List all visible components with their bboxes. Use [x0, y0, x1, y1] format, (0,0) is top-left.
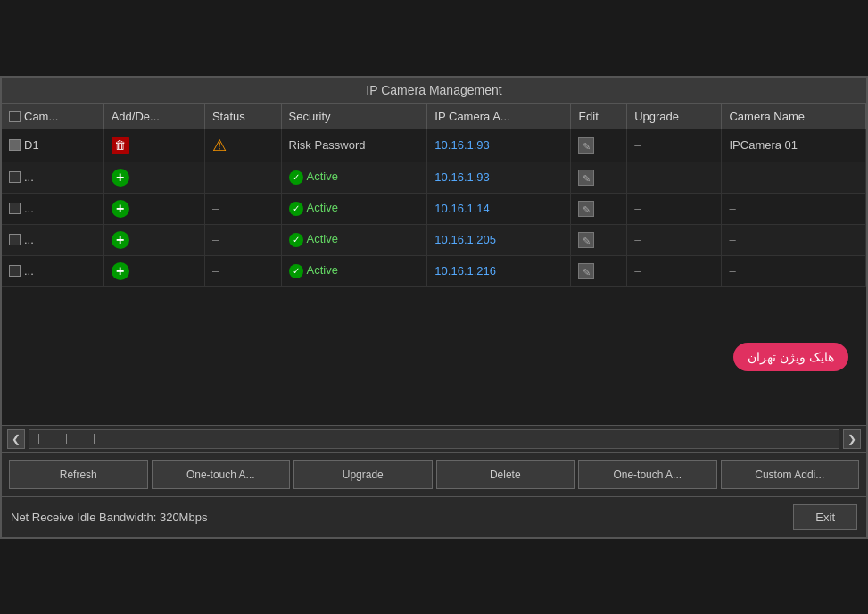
cell-ip-2[interactable]: 10.16.1.14 [427, 193, 571, 224]
action-buttons-bar: Refresh One-touch A... Upgrade Delete On… [2, 452, 866, 496]
ip-address[interactable]: 10.16.1.93 [434, 170, 489, 184]
cell-addel-2[interactable]: + [103, 193, 204, 224]
ip-address[interactable]: 10.16.1.216 [434, 264, 496, 278]
ip-address[interactable]: 10.16.1.205 [434, 233, 496, 246]
risk-password-label: Risk Password [289, 138, 366, 152]
edit-icon[interactable]: ✎ [578, 263, 594, 279]
cell-cam-2: ... [2, 193, 103, 224]
cell-upgrade-0: – [627, 129, 722, 162]
cell-upgrade-1: – [627, 162, 722, 193]
status-dash: – [212, 170, 219, 184]
cell-status-4: – [204, 255, 281, 286]
cell-edit-0[interactable]: ✎ [571, 129, 627, 162]
col-cam: Cam... [2, 104, 103, 129]
table-row: ...+–✓Active10.16.1.216✎–– [2, 255, 866, 286]
cell-security-3: ✓Active [281, 224, 427, 255]
cell-status-3: – [204, 224, 281, 255]
camera-table: Cam... Add/De... Status Security IP Came… [2, 104, 866, 287]
ip-address[interactable]: 10.16.1.14 [434, 202, 489, 215]
cam-id-2: ... [24, 202, 34, 215]
col-upgrade: Upgrade [627, 104, 722, 129]
title-bar: IP Camera Management [2, 78, 866, 104]
active-checkmark-icon: ✓ [289, 170, 303, 185]
edit-icon[interactable]: ✎ [578, 232, 594, 248]
add-icon[interactable]: + [112, 262, 129, 280]
cell-ip-0[interactable]: 10.16.1.93 [427, 129, 571, 162]
add-icon[interactable]: + [112, 231, 129, 249]
upgrade-button[interactable]: Upgrade [293, 460, 433, 489]
cell-ip-3[interactable]: 10.16.1.205 [427, 224, 571, 255]
table-row: D1🗑⚠Risk Password10.16.1.93✎–IPCamera 01 [2, 129, 866, 162]
edit-icon[interactable]: ✎ [578, 170, 594, 186]
one-touch-activate-button-1[interactable]: One-touch A... [152, 460, 291, 489]
cell-name-1: – [722, 162, 866, 193]
window-title: IP Camera Management [366, 83, 501, 97]
scroll-right-button[interactable]: ❯ [843, 429, 861, 449]
one-touch-activate-button-2[interactable]: One-touch A... [578, 460, 717, 489]
table-header-row: Cam... Add/De... Status Security IP Came… [2, 104, 866, 129]
cell-security-4: ✓Active [281, 255, 427, 286]
delete-button[interactable]: Delete [436, 460, 575, 489]
col-security: Security [281, 104, 427, 129]
row-checkbox-2[interactable] [9, 203, 21, 214]
active-checkmark-icon: ✓ [289, 233, 303, 247]
add-icon[interactable]: + [112, 200, 129, 218]
row-checkbox-3[interactable] [9, 234, 21, 245]
edit-icon[interactable]: ✎ [578, 137, 594, 154]
active-checkmark-icon: ✓ [289, 202, 303, 216]
exit-button[interactable]: Exit [793, 504, 857, 530]
active-label: Active [307, 232, 338, 245]
cell-edit-1[interactable]: ✎ [571, 162, 627, 193]
cell-addel-3[interactable]: + [103, 224, 204, 255]
col-edit: Edit [571, 104, 627, 129]
cell-addel-1[interactable]: + [103, 162, 204, 193]
active-label: Active [307, 201, 338, 214]
cell-name-4: – [722, 255, 866, 286]
bandwidth-label: Net Receive Idle Bandwidth: 320Mbps [11, 510, 207, 524]
status-dash: – [212, 202, 219, 215]
cell-ip-4[interactable]: 10.16.1.216 [427, 255, 571, 286]
cell-status-2: – [204, 193, 281, 224]
row-checkbox-1[interactable] [9, 171, 21, 183]
delete-icon[interactable]: 🗑 [112, 137, 129, 154]
status-dash: – [212, 264, 219, 278]
scrollbar-area: ❮ ❯ [2, 425, 866, 452]
ip-address[interactable]: 10.16.1.93 [434, 138, 489, 152]
cell-cam-3: ... [2, 224, 103, 255]
active-checkmark-icon: ✓ [289, 264, 303, 278]
warning-icon: ⚠ [212, 137, 227, 154]
row-checkbox-4[interactable] [9, 265, 21, 277]
row-checkbox-0[interactable] [9, 139, 21, 151]
table-row: ...+–✓Active10.16.1.14✎–– [2, 193, 866, 224]
cell-addel-4[interactable]: + [103, 255, 204, 286]
cell-edit-3[interactable]: ✎ [571, 224, 627, 255]
scroll-tick-1 [38, 434, 39, 444]
select-all-checkbox[interactable] [9, 111, 21, 122]
cell-status-1: – [204, 162, 281, 193]
cam-id-1: ... [24, 170, 34, 184]
cell-edit-4[interactable]: ✎ [571, 255, 627, 286]
scrollbar-track[interactable] [29, 429, 839, 449]
cell-upgrade-4: – [627, 255, 722, 286]
scroll-tick-2 [66, 434, 67, 444]
cell-ip-1[interactable]: 10.16.1.93 [427, 162, 571, 193]
status-bar: Net Receive Idle Bandwidth: 320Mbps Exit [2, 496, 866, 537]
cell-edit-2[interactable]: ✎ [571, 193, 627, 224]
custom-add-button[interactable]: Custom Addi... [721, 460, 860, 489]
refresh-button[interactable]: Refresh [9, 460, 148, 489]
edit-icon[interactable]: ✎ [578, 201, 594, 217]
cell-cam-4: ... [2, 255, 103, 286]
ip-camera-management-window: IP Camera Management Cam... Add/De... St… [0, 76, 868, 539]
cell-security-2: ✓Active [281, 193, 427, 224]
cell-addel-0[interactable]: 🗑 [103, 129, 204, 162]
active-label: Active [307, 170, 338, 183]
col-add-del: Add/De... [103, 104, 204, 129]
cell-upgrade-3: – [627, 224, 722, 255]
status-dash: – [212, 233, 219, 246]
scroll-left-button[interactable]: ❮ [7, 429, 25, 449]
add-icon[interactable]: + [112, 169, 129, 187]
table-row: ...+–✓Active10.16.1.205✎–– [2, 224, 866, 255]
active-label: Active [307, 263, 338, 277]
scroll-tick-3 [94, 434, 95, 444]
cell-security-1: ✓Active [281, 162, 427, 193]
